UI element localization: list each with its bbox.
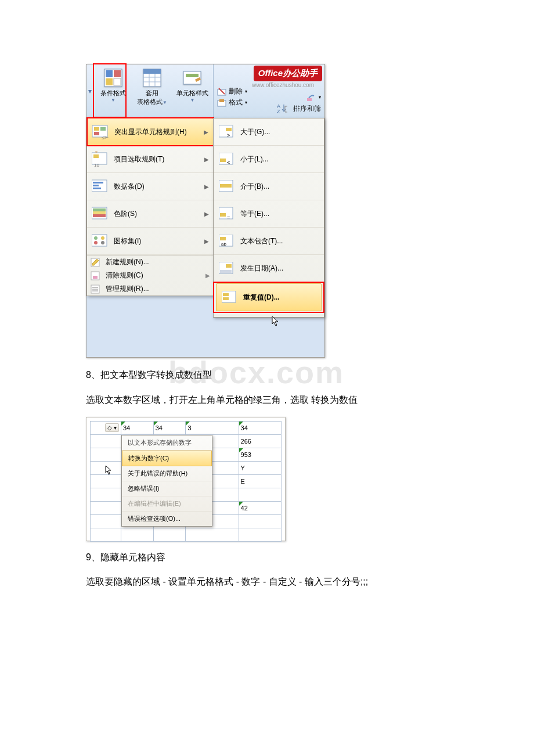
less-than-item[interactable]: <小于(L)...	[214, 146, 324, 173]
top-bottom-rules-item[interactable]: 10 项目选取规则(T)▶	[87, 146, 214, 173]
cell[interactable]: 953	[239, 448, 281, 461]
color-scales-item[interactable]: 色阶(S)▶	[87, 200, 214, 228]
date-occurring-item[interactable]: 发生日期(A)...	[214, 255, 324, 282]
cell[interactable]: 42	[239, 501, 281, 514]
cell-styles-icon	[182, 68, 202, 88]
edit-in-formula-bar-item: 在编辑栏中编辑(E)	[122, 496, 212, 512]
svg-text:Z: Z	[277, 109, 280, 114]
highlight-cell-rules-item[interactable]: ≤⪼ 突出显示单元格规则(H) ▶	[87, 118, 214, 146]
svg-rect-31	[93, 185, 99, 186]
label: 大于(G)...	[240, 127, 319, 137]
svg-rect-35	[93, 211, 106, 214]
ribbon: ▾ 条件格式 ▼ 套用表格格式▼ 单元格样式 ▼ Office办公助手 www.…	[86, 64, 324, 118]
error-context-menu: 以文本形式存储的数字 转换为数字(C) 关于此错误的帮助(H) 忽略错误(I) …	[121, 435, 212, 527]
label: 单元格样式	[176, 89, 208, 98]
cell[interactable]: 266	[239, 434, 281, 448]
error-smart-tag[interactable]: ◇ ▾	[105, 423, 119, 432]
between-item[interactable]: 介于(B)...	[214, 173, 324, 200]
svg-rect-13	[218, 89, 226, 95]
svg-point-41	[101, 241, 104, 244]
svg-text:>: >	[227, 132, 230, 138]
help-item[interactable]: 关于此错误的帮助(H)	[122, 466, 212, 481]
label: 色阶(S)	[114, 209, 204, 219]
svg-rect-50	[226, 128, 232, 131]
greater-than-item[interactable]: >大于(G)...	[214, 118, 324, 146]
cell[interactable]: 34	[121, 421, 154, 434]
clear-rules-icon	[91, 271, 100, 280]
paragraph-9-title: 9、隐藏单元格内容	[86, 549, 453, 566]
delete-button[interactable]: 删除▾	[217, 87, 247, 96]
svg-rect-61	[220, 237, 226, 240]
svg-rect-37	[92, 235, 107, 246]
icon-sets-icon	[92, 233, 109, 249]
icon-sets-item[interactable]: 图标集(I)▶	[87, 228, 214, 255]
svg-rect-44	[93, 276, 98, 279]
paragraph-9-body: 选取要隐藏的区域 - 设置单元格格式 - 数字 - 自定义 - 输入三个分号;;…	[86, 574, 453, 591]
label: 文本包含(T)...	[240, 236, 319, 246]
label: 管理规则(R)...	[106, 284, 149, 294]
svg-rect-65	[220, 270, 232, 273]
data-bars-icon	[92, 179, 109, 194]
duplicate-values-item[interactable]: 重复值(D)...	[216, 283, 322, 311]
clear-icon	[306, 92, 316, 102]
label: 排序和筛	[293, 104, 321, 114]
cell[interactable]: Y	[239, 461, 281, 474]
manage-rules-item[interactable]: 管理规则(R)...	[87, 282, 214, 296]
text-contains-item[interactable]: ab文本包含(T)...	[214, 228, 324, 255]
sort-button[interactable]: AZ 排序和筛	[277, 103, 321, 114]
new-rule-item[interactable]: 新建规则(N)...	[87, 255, 214, 269]
clear-rules-item[interactable]: 清除规则(C)▶	[87, 269, 214, 282]
error-options-item[interactable]: 错误检查选项(O)...	[122, 512, 212, 526]
label: 图标集(I)	[114, 236, 204, 246]
watermark-url: www.officezhushou.com	[252, 82, 314, 88]
cell[interactable]: 34	[153, 421, 186, 434]
label: 发生日期(A)...	[240, 264, 319, 273]
format-as-table-button[interactable]: 套用表格格式▼	[132, 64, 172, 118]
conditional-formatting-button[interactable]: 条件格式 ▼	[94, 64, 132, 118]
label: 等于(E)...	[240, 209, 319, 219]
label: 介于(B)...	[240, 182, 319, 192]
svg-point-38	[94, 236, 98, 240]
svg-point-40	[94, 241, 98, 244]
svg-rect-64	[226, 264, 232, 268]
format-icon	[217, 99, 226, 107]
conditional-formatting-menu: ≤⪼ 突出显示单元格规则(H) ▶ 10 项目选取规则(T)▶ 数据条(D)▶ …	[86, 118, 214, 296]
svg-text:ab: ab	[221, 242, 226, 247]
label: 套用表格格式▼	[137, 89, 167, 106]
svg-text:=: =	[227, 214, 230, 220]
cell[interactable]: 3	[186, 421, 239, 434]
cursor-icon	[272, 316, 280, 327]
label: 小于(L)...	[240, 154, 319, 164]
data-bars-item[interactable]: 数据条(D)▶	[87, 173, 214, 200]
label: 删除	[229, 87, 243, 96]
watermark-banner: Office办公助手	[254, 66, 322, 81]
cell-styles-button[interactable]: 单元格样式 ▼	[172, 64, 213, 118]
color-scales-icon	[92, 206, 109, 221]
ignore-error-item[interactable]: 忽略错误(I)	[122, 481, 212, 496]
text-contains-icon: ab	[219, 235, 235, 247]
svg-rect-16	[219, 99, 224, 102]
format-button[interactable]: 格式▾	[217, 98, 247, 107]
svg-rect-6	[143, 69, 161, 74]
convert-to-number-item[interactable]: 转换为数字(C)	[122, 451, 212, 466]
label: 转换为数字(C)	[128, 455, 169, 462]
table-icon	[142, 68, 162, 88]
label: 格式	[229, 98, 243, 107]
equal-to-item[interactable]: =等于(E)...	[214, 200, 324, 228]
svg-text:10: 10	[94, 163, 99, 167]
sort-icon: AZ	[277, 103, 290, 114]
cell[interactable]: 34	[239, 421, 281, 434]
new-rule-icon	[91, 258, 100, 267]
svg-rect-11	[183, 71, 201, 84]
svg-rect-36	[93, 214, 106, 217]
svg-point-39	[101, 236, 104, 240]
svg-rect-4	[114, 78, 121, 85]
svg-rect-30	[93, 182, 103, 183]
excel-conditional-format-screenshot: ▾ 条件格式 ▼ 套用表格格式▼ 单元格样式 ▼ Office办公助手 www.…	[86, 64, 325, 358]
conditional-format-icon	[103, 68, 123, 88]
svg-rect-53	[220, 159, 226, 162]
cell[interactable]: E	[239, 474, 281, 488]
less-icon: <	[219, 153, 235, 165]
menu-title: 以文本形式存储的数字	[122, 435, 212, 451]
svg-rect-12	[186, 74, 199, 77]
